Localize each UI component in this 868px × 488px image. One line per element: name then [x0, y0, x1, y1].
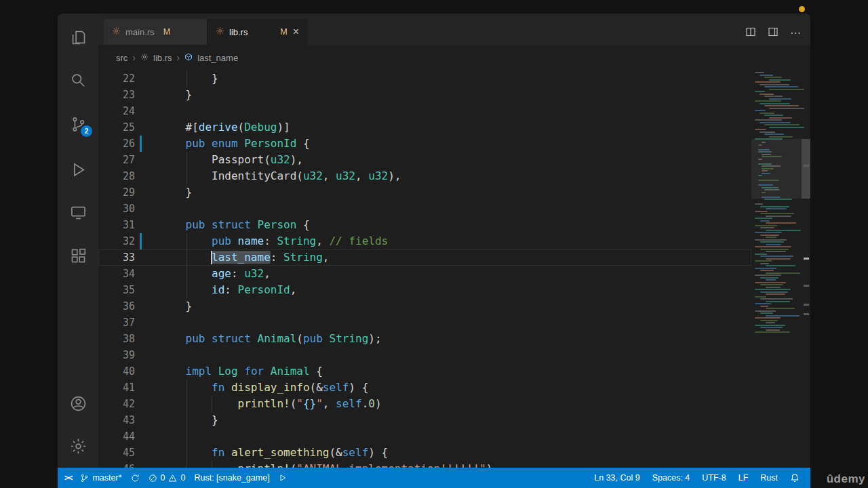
source-control-icon[interactable]: 2 — [62, 108, 94, 140]
search-icon[interactable] — [62, 64, 94, 96]
minimap-line — [769, 127, 804, 128]
code-token: , — [323, 397, 336, 410]
minimap-line — [769, 79, 791, 81]
breadcrumb-symbol[interactable]: last_name — [197, 53, 238, 63]
code-line[interactable]: 25 #[derive(Debug)] — [98, 119, 751, 136]
code-line[interactable]: 29 } — [98, 184, 751, 201]
minimap[interactable] — [751, 70, 810, 468]
code-area: 22 }23 }2425 #[derive(Debug)]26 pub enum… — [98, 70, 751, 468]
eol-setting[interactable]: LF — [738, 473, 749, 483]
code-line[interactable]: 40 impl Log for Animal { — [98, 363, 751, 380]
minimap-line — [762, 187, 778, 188]
minimap-line — [766, 230, 801, 231]
cursor-position[interactable]: Ln 33, Col 9 — [594, 473, 639, 483]
code-token: PersonId — [244, 137, 296, 150]
code-line[interactable]: 45 fn alert_something(&self) { — [98, 445, 751, 461]
code-line[interactable]: 28 IndentityCard(u32, u32, u32), — [98, 168, 751, 184]
code-token — [224, 446, 231, 459]
code-token: struct — [212, 218, 251, 231]
code-text: } — [159, 298, 751, 314]
tab-lib-rs[interactable]: lib.rs M × — [208, 19, 307, 45]
code-line[interactable]: 44 — [98, 428, 751, 445]
code-line[interactable]: 34 age: u32, — [98, 266, 751, 282]
code-line[interactable]: 38 pub struct Animal(pub String); — [98, 331, 751, 347]
encoding-setting[interactable]: UTF-8 — [702, 473, 726, 483]
code-line[interactable]: 39 — [98, 347, 751, 363]
split-editor-icon[interactable] — [745, 26, 756, 39]
account-icon[interactable] — [62, 387, 94, 420]
breadcrumb-src[interactable]: src — [116, 53, 127, 63]
indent-guide — [186, 266, 186, 282]
code-token — [251, 218, 258, 231]
code-line[interactable]: 33 last_name: String, — [98, 249, 751, 266]
code-token: age — [212, 267, 231, 280]
line-number: 30 — [98, 201, 135, 217]
breadcrumb-file[interactable]: lib.rs — [153, 53, 172, 63]
recording-dot — [799, 6, 805, 12]
sync-icon[interactable] — [131, 474, 140, 483]
settings-gear-icon[interactable] — [62, 430, 94, 462]
problems-item[interactable]: 0 0 — [149, 473, 186, 483]
git-branch-item[interactable]: master* — [80, 473, 121, 483]
code-token: "ANIMAL implementation!!!!!!" — [296, 462, 486, 468]
rust-file-icon — [216, 26, 224, 37]
code-line[interactable]: 26 pub enum PersonId { — [98, 136, 751, 152]
explorer-icon[interactable] — [62, 21, 94, 54]
minimap-line — [758, 163, 772, 165]
code-line[interactable]: 23 } — [98, 87, 751, 103]
code-line[interactable]: 27 Passport(u32), — [98, 152, 751, 168]
code-line[interactable]: 41 fn display_info(&self) { — [98, 380, 751, 396]
run-task-icon[interactable] — [279, 474, 287, 482]
code-token: ( — [290, 397, 297, 410]
minimap-line — [758, 184, 773, 186]
code-token: u32 — [336, 169, 355, 182]
scrollbar-thumb[interactable] — [802, 139, 810, 199]
code-text: pub struct Animal(pub String); — [159, 331, 751, 347]
tab-main-rs[interactable]: main.rs M — [104, 19, 208, 45]
code-token — [323, 332, 330, 345]
remote-explorer-icon[interactable] — [62, 196, 94, 228]
code-token: alert_something — [231, 446, 330, 459]
more-actions-icon[interactable]: ⋯ — [790, 28, 801, 39]
code-token: " — [316, 397, 323, 410]
indentation-setting[interactable]: Spaces: 4 — [652, 473, 690, 483]
minimap-line — [755, 138, 783, 140]
line-number: 28 — [98, 168, 135, 184]
minimap-line — [760, 327, 783, 328]
code-line[interactable]: 24 — [98, 103, 751, 119]
code-line[interactable]: 22 } — [98, 70, 751, 87]
code-text: last_name: String, — [159, 249, 751, 266]
code-line[interactable]: 32 pub name: String, // fields — [98, 233, 751, 249]
minimap-line — [755, 239, 787, 241]
minimap-line — [762, 156, 782, 157]
code-line[interactable]: 36 } — [98, 298, 751, 314]
code-line[interactable]: 30 — [98, 201, 751, 217]
code-token: )] — [277, 121, 290, 134]
language-mode[interactable]: Rust — [760, 473, 778, 483]
minimap-line — [766, 315, 800, 317]
run-debug-icon[interactable] — [62, 153, 94, 186]
code-line[interactable]: 35 id: PersonId, — [98, 282, 751, 298]
extensions-icon[interactable] — [62, 239, 94, 272]
code-line[interactable]: 43 } — [98, 412, 751, 428]
line-number: 32 — [98, 233, 135, 249]
code-line[interactable]: 46 println!("ANIMAL implementation!!!!!!… — [98, 461, 751, 468]
code-token: 0 — [368, 397, 375, 410]
task-item[interactable]: Rust: [snake_game] — [194, 473, 269, 483]
code-token: { — [310, 365, 323, 378]
close-tab-icon[interactable]: × — [293, 26, 299, 37]
code-token: ), — [388, 169, 401, 182]
code-line[interactable]: 31 pub struct Person { — [98, 217, 751, 233]
remote-indicator-icon[interactable]: >< — [64, 473, 71, 483]
code-editor[interactable]: 22 }23 }2425 #[derive(Debug)]26 pub enum… — [98, 70, 810, 468]
code-token: Passport( — [159, 153, 271, 166]
minimap-line — [758, 149, 770, 150]
toggle-layout-icon[interactable] — [768, 26, 778, 39]
indent-guide — [186, 70, 186, 87]
overview-ruler-mark — [804, 165, 809, 167]
code-line[interactable]: 42 println!("{}", self.0) — [98, 396, 751, 412]
notifications-bell-icon[interactable] — [790, 473, 800, 483]
code-line[interactable]: 37 — [98, 314, 751, 331]
code-text: Passport(u32), — [159, 152, 751, 168]
code-token: fn — [212, 381, 224, 394]
